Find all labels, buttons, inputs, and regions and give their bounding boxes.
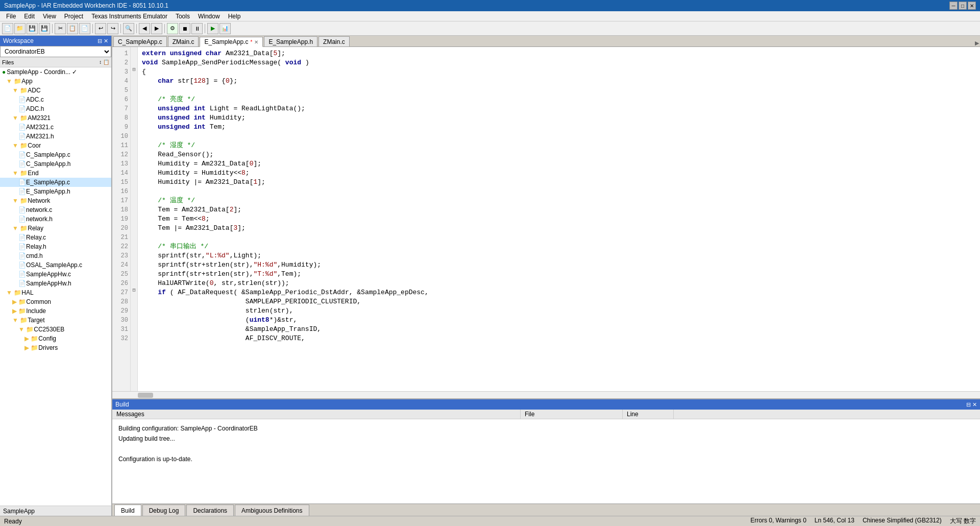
tab-declarations[interactable]: Declarations: [186, 505, 234, 516]
tb-cut[interactable]: ✂: [55, 23, 66, 34]
tb-stop[interactable]: ⏸: [191, 23, 203, 34]
tree-hal-include[interactable]: ▶ 📁 Include: [0, 306, 111, 316]
workspace-dropdown[interactable]: CoordinatorEB: [0, 46, 111, 57]
editor-hscroll[interactable]: [112, 391, 980, 398]
tb-open[interactable]: 📁: [14, 23, 26, 34]
tree-cc2530eb[interactable]: ▼ 📁 CC2530EB: [0, 325, 111, 334]
tree-relay[interactable]: ▼ 📁 Relay: [0, 224, 111, 233]
tree-end[interactable]: ▼ 📁 End: [0, 169, 111, 178]
minimize-button[interactable]: ─: [949, 2, 958, 10]
tree-hal-target[interactable]: ▼ 📁 Target: [0, 316, 111, 325]
tab-zmain2[interactable]: ZMain.c: [318, 36, 350, 46]
tree-coor[interactable]: ▼ 📁 Coor: [0, 141, 111, 150]
tab-label: E_SampleApp.h: [268, 38, 313, 45]
tree-adc[interactable]: ▼ 📁 ADC: [0, 86, 111, 95]
tree-adc-c[interactable]: 📄 ADC.c: [0, 95, 111, 104]
tab-label: ZMain.c: [323, 38, 345, 45]
tb-download[interactable]: 📊: [219, 23, 231, 34]
col-line: Line: [623, 410, 674, 419]
code-view[interactable]: 1 2 3 4 5 6 7 8 9 10 11 12 13 14 15 16 1: [112, 47, 980, 391]
menu-file[interactable]: File: [2, 11, 20, 21]
tree-root[interactable]: ● SampleApp - Coordin... ✓: [0, 67, 111, 77]
tree-sampleapphw-h[interactable]: 📄 SampleAppHw.h: [0, 279, 111, 288]
tree-osal-c[interactable]: 📄 OSAL_SampleApp.c: [0, 260, 111, 270]
build-msg-1: Building configuration: SampleApp - Coor…: [116, 423, 976, 434]
tree-sampleapphw-h-label: SampleAppHw.h: [26, 280, 71, 287]
tb-forward[interactable]: ▶: [151, 23, 162, 34]
tb-save[interactable]: 💾: [27, 23, 38, 34]
tb-new[interactable]: 📄: [2, 23, 13, 34]
tb-undo[interactable]: ↩: [95, 23, 106, 34]
menu-help[interactable]: Help: [224, 11, 245, 21]
tab-zmain[interactable]: ZMain.c: [168, 36, 199, 46]
tree-am2321[interactable]: ▼ 📁 AM2321: [0, 113, 111, 123]
sep2: [92, 24, 93, 33]
tree-am2321-c[interactable]: 📄 AM2321.c: [0, 123, 111, 132]
editor-tab-bar: C_SampleApp.c ZMain.c E_SampleApp.c * ✕ …: [112, 36, 980, 47]
tree-cmd-h[interactable]: 📄 cmd.h: [0, 251, 111, 260]
tree-config[interactable]: ▶ 📁 Config: [0, 334, 111, 343]
menu-window[interactable]: Window: [194, 11, 224, 21]
tree-network-h[interactable]: 📄 network.h: [0, 214, 111, 224]
tb-save-all[interactable]: 💾: [39, 23, 50, 34]
tree-cc2530eb-label: CC2530EB: [34, 326, 64, 333]
tb-compile[interactable]: ⚙: [167, 23, 178, 34]
app-title: SampleApp - IAR Embedded Workbench IDE -…: [4, 2, 168, 9]
menu-tools[interactable]: Tools: [172, 11, 194, 21]
menu-project[interactable]: Project: [60, 11, 87, 21]
col-file: File: [521, 410, 623, 419]
files-controls: ↕ 📋: [99, 59, 109, 65]
tb-debug[interactable]: ▶: [207, 23, 218, 34]
menu-ti-emulator[interactable]: Texas Instruments Emulator: [87, 11, 172, 21]
tree-sampleapphw-c[interactable]: 📄 SampleAppHw.c: [0, 270, 111, 279]
file-tree: ● SampleApp - Coordin... ✓ ▼ 📁 App ▼ 📁 A…: [0, 67, 111, 506]
tab-esampleapp-h[interactable]: E_SampleApp.h: [264, 36, 317, 46]
tree-hal-common[interactable]: ▶ 📁 Common: [0, 297, 111, 306]
close-button[interactable]: ✕: [968, 2, 976, 10]
tree-network[interactable]: ▼ 📁 Network: [0, 196, 111, 205]
tree-drivers[interactable]: ▶ 📁 Drivers: [0, 343, 111, 352]
tree-network-c-label: network.c: [26, 206, 52, 213]
tab-esampleapp-c[interactable]: E_SampleApp.c * ✕: [200, 37, 263, 47]
tree-esampleapp-c-label: E_SampleApp.c: [26, 179, 70, 186]
tree-adc-label: ADC: [28, 87, 40, 94]
menu-edit[interactable]: Edit: [20, 11, 39, 21]
tab-label: ZMain.c: [173, 38, 194, 45]
tree-end-label: End: [28, 170, 38, 177]
tb-build-all[interactable]: ⏹: [179, 23, 190, 34]
tab-ambiguous-definitions[interactable]: Ambiguous Definitions: [235, 505, 309, 516]
maximize-button[interactable]: □: [959, 2, 967, 10]
tb-paste[interactable]: 📄: [79, 23, 90, 34]
tab-close-button[interactable]: ✕: [254, 39, 258, 45]
fold-if[interactable]: ⊟: [131, 286, 137, 295]
tree-am2321-c-label: AM2321.c: [26, 124, 54, 131]
tree-hal[interactable]: ▼ 📁 HAL: [0, 288, 111, 297]
tab-debug-log[interactable]: Debug Log: [142, 505, 186, 516]
tree-network-c[interactable]: 📄 network.c: [0, 205, 111, 214]
code-content[interactable]: extern unsigned char Am2321_Data[5]; voi…: [138, 47, 980, 391]
tree-adc-h[interactable]: 📄 ADC.h: [0, 104, 111, 113]
tb-back[interactable]: ◀: [139, 23, 150, 34]
sep4: [136, 24, 137, 33]
title-bar: SampleApp - IAR Embedded Workbench IDE -…: [0, 0, 980, 11]
tab-csampleapp-c[interactable]: C_SampleApp.c: [113, 36, 167, 46]
tab-label: E_SampleApp.c: [204, 38, 248, 45]
tab-build[interactable]: Build: [114, 505, 141, 516]
fold-brace[interactable]: ⊟: [131, 65, 137, 75]
tree-coor-h[interactable]: 📄 C_SampleApp.h: [0, 159, 111, 169]
tb-redo[interactable]: ↪: [107, 23, 118, 34]
tree-coor-c[interactable]: 📄 C_SampleApp.c: [0, 150, 111, 159]
tb-find[interactable]: 🔍: [123, 23, 134, 34]
tree-relay-h[interactable]: 📄 Relay.h: [0, 242, 111, 251]
tree-app[interactable]: ▼ 📁 App: [0, 77, 111, 86]
tree-csampleapp-h-label: C_SampleApp.h: [26, 160, 70, 168]
tree-network-label: Network: [28, 197, 50, 204]
tb-copy[interactable]: 📋: [67, 23, 78, 34]
tree-am2321-h[interactable]: 📄 AM2321.h: [0, 132, 111, 141]
menu-view[interactable]: View: [39, 11, 60, 21]
tree-esampleapp-h[interactable]: 📄 E_SampleApp.h: [0, 187, 111, 196]
sep6: [205, 24, 205, 33]
tree-esampleapp-c[interactable]: 📄 E_SampleApp.c: [0, 178, 111, 187]
tree-relay-c[interactable]: 📄 Relay.c: [0, 233, 111, 242]
window-controls: ─ □ ✕: [949, 2, 976, 10]
